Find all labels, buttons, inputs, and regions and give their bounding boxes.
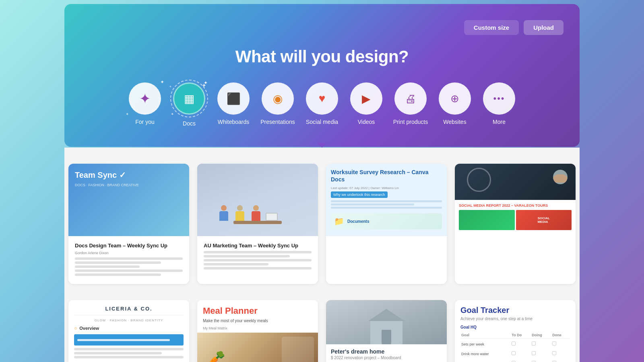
- checkbox-icon: [532, 351, 536, 355]
- team-sync-sub: DOCS · FASHION · BRAND CREATIVE: [75, 183, 183, 187]
- worksuite-image: Worksuite Survey Research – Canva Docs L…: [326, 164, 447, 236]
- doc-line: [75, 257, 183, 260]
- meal-planner-title: Meal Planner: [203, 306, 312, 316]
- checkbox-icon: [512, 341, 516, 346]
- social-report-top: [455, 164, 576, 200]
- page-wrapper: Custom size Upload What will you design?…: [0, 0, 644, 362]
- carrot-icon: 🥕: [205, 350, 225, 362]
- doc-line: [75, 274, 161, 276]
- social-photos-grid: SOCIALMEDIA: [459, 210, 572, 230]
- print-icon: 🖨: [405, 92, 416, 105]
- sparkle-icon-bottom: ✦: [171, 112, 174, 116]
- sidebar-item-whiteboards[interactable]: ⬛ Whiteboards: [215, 82, 252, 127]
- overview-label: Overview: [79, 326, 99, 331]
- liceria-tagline: GLOW · FASHION · BRAND IDENTITY: [74, 319, 184, 322]
- au-marketing-image: [197, 164, 318, 236]
- whiteboard-icon: ⬛: [227, 92, 241, 105]
- doc-line: [75, 261, 161, 264]
- videos-icon-wrap: ▶: [350, 82, 382, 115]
- card-dream-home[interactable]: Peter's dream home $ 2022 renovation pro…: [326, 300, 447, 362]
- my-meal-matrix-label: My Meal Matrix: [203, 326, 312, 330]
- doc-line: [75, 265, 140, 268]
- content-area: Team Sync ✓ DOCS · FASHION · BRAND CREAT…: [64, 148, 580, 362]
- checkbox-icon: [552, 351, 556, 355]
- card-au-marketing[interactable]: AU Marketing Team – Weekly Sync Up: [197, 164, 318, 284]
- card-liceria[interactable]: LICERIA & CO. GLOW · FASHION · BRAND IDE…: [68, 300, 189, 362]
- docs-icon: ▦: [184, 92, 194, 105]
- dream-home-photo: [326, 300, 447, 344]
- social-report-bottom: SOCIAL MEDIA REPORT 2022 – VARALEON TOUR…: [455, 200, 576, 236]
- goal-tracker-subtitle: Achieve your dreams, one step at a time: [460, 317, 570, 321]
- card-team-sync[interactable]: Team Sync ✓ DOCS · FASHION · BRAND CREAT…: [68, 164, 189, 284]
- checkbox-icon: [532, 341, 536, 346]
- caret-triangle-icon: [317, 143, 327, 148]
- circle-decoration: [467, 168, 491, 192]
- doc-line: [75, 269, 183, 272]
- office-background: [197, 164, 318, 236]
- main-container: Custom size Upload What will you design?…: [64, 0, 580, 362]
- social-media-label: Social media: [306, 119, 338, 125]
- sidebar-item-for-you[interactable]: ✦ For you: [127, 82, 163, 127]
- col-done: Done: [551, 332, 570, 339]
- checkbox-icon: [552, 341, 556, 346]
- card-worksuite[interactable]: Worksuite Survey Research – Canva Docs L…: [326, 164, 447, 284]
- card-meal-planner[interactable]: Meal Planner Make the most of your weekl…: [197, 300, 318, 362]
- cursor-icon: ⊕: [450, 93, 459, 105]
- heart-icon: ♥: [319, 92, 326, 105]
- websites-icon-wrap: ⊕: [439, 82, 471, 115]
- avatar-face: [553, 174, 568, 183]
- sidebar-item-social-media[interactable]: ♥ Social media: [304, 82, 340, 127]
- docs-label: Docs: [183, 120, 196, 127]
- custom-size-button[interactable]: Custom size: [464, 20, 519, 35]
- doc-line: [204, 255, 290, 257]
- sidebar-item-websites[interactable]: ⊕ Websites: [437, 82, 473, 127]
- more-label: More: [493, 119, 506, 125]
- goal-row-text: Sets per week: [461, 342, 484, 346]
- ws-line: [331, 200, 442, 202]
- person-head-icon: [253, 205, 259, 211]
- team-sync-image: Team Sync ✓ DOCS · FASHION · BRAND CREAT…: [68, 164, 189, 236]
- goal-hq-label: Goal HQ: [460, 325, 570, 329]
- social-report-title-text: SOCIAL MEDIA REPORT 2022 – VARALEON TOUR…: [459, 203, 572, 208]
- table-row: Add more goals: [460, 358, 570, 362]
- photo-cell: [459, 210, 515, 230]
- sidebar-item-docs[interactable]: ▦ ✦ ✦ ✦ Docs: [171, 82, 207, 127]
- card-goal-tracker[interactable]: Goal Tracker Achieve your dreams, one st…: [455, 300, 576, 362]
- avatar-icon: [553, 170, 568, 184]
- meal-food-image: 🥕: [197, 333, 318, 362]
- doc-line: [204, 251, 312, 253]
- social-report-image: SOCIAL MEDIA REPORT 2022 – VARALEON TOUR…: [455, 164, 576, 236]
- dream-home-image: Peter's dream home $ 2022 renovation pro…: [326, 300, 447, 362]
- sparkle-icon-left: ✦: [169, 85, 172, 88]
- team-sync-content: Docs Design Team – Weekly Sync Up Gordon…: [68, 236, 189, 284]
- doc-line: [204, 259, 312, 261]
- sidebar-item-more[interactable]: ••• More: [481, 82, 517, 127]
- sidebar-item-videos[interactable]: ▶ Videos: [348, 82, 384, 127]
- categories-bar: ✦ For you ▦ ✦ ✦ ✦ Docs: [80, 82, 564, 127]
- meal-planner-header: Meal Planner Make the most of your weekl…: [197, 300, 318, 333]
- team-sync-author: Gordon Arlene Dixon: [75, 251, 183, 255]
- col-goal: Goal: [460, 332, 511, 339]
- sidebar-item-presentations[interactable]: ◉ Presentations: [260, 82, 296, 127]
- worksuite-highlight: Why we undertook this research: [331, 191, 388, 198]
- team-sync-doc-title: Docs Design Team – Weekly Sync Up: [75, 243, 183, 249]
- overview-icon: ○: [74, 325, 77, 331]
- upload-button[interactable]: Upload: [524, 20, 564, 35]
- person-head-icon: [221, 205, 227, 211]
- cards-row-2: LICERIA & CO. GLOW · FASHION · BRAND IDE…: [64, 292, 580, 362]
- presentation-icon: ◉: [273, 92, 283, 105]
- liceria-image: LICERIA & CO. GLOW · FASHION · BRAND IDE…: [68, 300, 189, 362]
- goal-tracker-title: Goal Tracker: [460, 306, 570, 315]
- sidebar-item-print-products[interactable]: 🖨 Print products: [392, 82, 429, 127]
- ws-line: [331, 207, 442, 209]
- col-todo: To Do: [511, 332, 531, 339]
- worksuite-date: Last update: 07 July 2022 | Owner: Willi…: [331, 186, 442, 190]
- doc-line: [204, 263, 268, 265]
- goal-tracker-image: Goal Tracker Achieve your dreams, one st…: [455, 300, 576, 362]
- documents-label: Documents: [347, 219, 369, 224]
- card-social-media-report[interactable]: SOCIAL MEDIA REPORT 2022 – VARALEON TOUR…: [455, 164, 576, 284]
- meal-planner-image: Meal Planner Make the most of your weekl…: [197, 300, 318, 362]
- ws-line: [331, 204, 414, 206]
- person-body-icon: [235, 211, 244, 221]
- meal-planner-subtitle: Make the most of your weekly meals: [203, 319, 312, 323]
